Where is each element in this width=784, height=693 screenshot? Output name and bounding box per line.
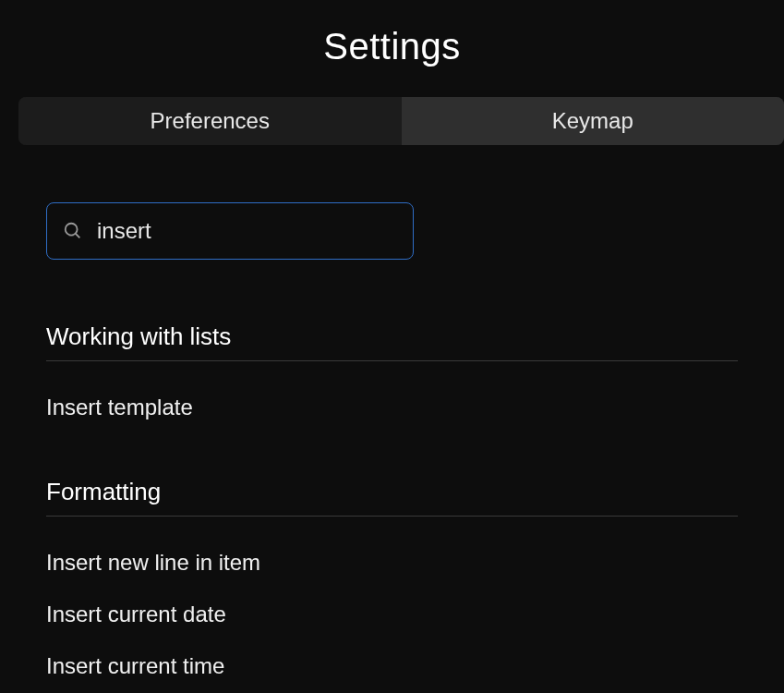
page-title: Settings [0, 26, 784, 67]
section-header-working-with-lists: Working with lists [46, 322, 738, 361]
content-area: Working with lists Insert template Forma… [0, 145, 784, 692]
tab-preferences-label: Preferences [151, 108, 270, 133]
tab-preferences[interactable]: Preferences [18, 97, 402, 145]
keymap-item-insert-current-date[interactable]: Insert current date [46, 589, 738, 640]
tab-keymap[interactable]: Keymap [402, 97, 785, 145]
search-input[interactable] [46, 202, 414, 260]
page-header: Settings [0, 0, 784, 97]
tab-keymap-label: Keymap [552, 108, 633, 133]
keymap-item-insert-current-time[interactable]: Insert current time [46, 640, 738, 692]
keymap-item-insert-template[interactable]: Insert template [46, 382, 738, 433]
section-working-with-lists: Working with lists Insert template [46, 322, 738, 433]
section-header-formatting: Formatting [46, 478, 738, 517]
tabs-container: Preferences Keymap [18, 97, 784, 145]
keymap-item-insert-new-line[interactable]: Insert new line in item [46, 537, 738, 589]
section-formatting: Formatting Insert new line in item Inser… [46, 478, 738, 692]
search-wrapper [46, 202, 414, 260]
